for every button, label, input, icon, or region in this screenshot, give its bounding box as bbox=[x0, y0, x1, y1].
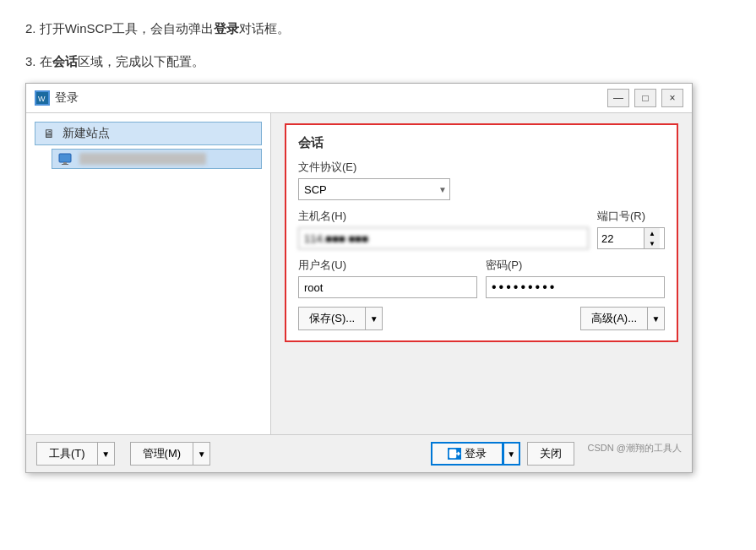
svg-rect-4 bbox=[62, 164, 68, 165]
svg-text:W: W bbox=[38, 95, 46, 103]
protocol-select-wrapper: SCP SFTP FTP ▼ bbox=[298, 178, 450, 200]
login-button[interactable]: 登录 bbox=[431, 442, 503, 466]
port-input-wrapper: ▲ ▼ bbox=[597, 227, 665, 249]
tree-subitem[interactable] bbox=[52, 149, 262, 169]
login-btn-group: 登录 ▼ bbox=[431, 442, 520, 466]
step3-text: 3. 在会话区域，完成以下配置。 bbox=[25, 50, 731, 73]
svg-rect-2 bbox=[59, 154, 71, 162]
csdn-watermark: CSDN @潮翔的工具人 bbox=[588, 442, 682, 466]
session-buttons-row: 保存(S)... ▼ 高级(A)... ▼ bbox=[298, 307, 665, 330]
dialog-title: 登录 bbox=[55, 90, 79, 106]
close-button[interactable]: × bbox=[661, 89, 683, 107]
footer-right: 登录 ▼ 关闭 CSDN @潮翔的工具人 bbox=[431, 442, 682, 466]
tools-btn-group: 工具(T) ▼ bbox=[36, 442, 115, 466]
username-input[interactable] bbox=[298, 276, 477, 298]
login-dialog: W 登录 — □ × 🖥 新建站点 bbox=[25, 83, 693, 473]
port-field: 端口号(R) ▲ ▼ bbox=[597, 209, 665, 249]
login-dropdown-button[interactable]: ▼ bbox=[503, 442, 520, 466]
svg-rect-5 bbox=[449, 449, 456, 458]
winscp-icon: W bbox=[35, 90, 50, 106]
port-down-button[interactable]: ▼ bbox=[645, 238, 660, 248]
manage-btn-group: 管理(M) ▼ bbox=[130, 442, 211, 466]
new-site-label: 新建站点 bbox=[63, 126, 110, 141]
user-pass-row: 用户名(U) 密码(P) bbox=[298, 258, 665, 298]
tree-node-inner bbox=[52, 149, 262, 169]
manage-dropdown-button[interactable]: ▼ bbox=[193, 442, 210, 466]
close-footer-button[interactable]: 关闭 bbox=[527, 442, 574, 466]
blurred-hostname bbox=[79, 153, 206, 165]
advanced-dropdown-button[interactable]: ▼ bbox=[648, 307, 665, 330]
password-input[interactable] bbox=[486, 276, 665, 298]
port-input[interactable] bbox=[598, 228, 644, 248]
session-box: 会话 文件协议(E) SCP SFTP FTP ▼ bbox=[285, 123, 678, 342]
section-title: 会话 bbox=[298, 135, 665, 151]
port-up-button[interactable]: ▲ bbox=[645, 228, 660, 238]
protocol-row: 文件协议(E) SCP SFTP FTP ▼ bbox=[298, 160, 665, 200]
username-label: 用户名(U) bbox=[298, 258, 477, 273]
port-spinners: ▲ ▼ bbox=[644, 228, 660, 248]
tools-dropdown-button[interactable]: ▼ bbox=[98, 442, 115, 466]
left-panel: 🖥 新建站点 bbox=[26, 113, 271, 434]
hostname-label: 主机名(H) bbox=[298, 209, 589, 224]
save-button[interactable]: 保存(S)... bbox=[298, 307, 366, 330]
login-icon bbox=[448, 448, 461, 460]
titlebar-left: W 登录 bbox=[35, 90, 79, 106]
footer-left: 工具(T) ▼ 管理(M) ▼ bbox=[36, 442, 210, 466]
save-btn-group: 保存(S)... ▼ bbox=[298, 307, 383, 330]
minimize-button[interactable]: — bbox=[607, 89, 629, 107]
host-port-row: 主机名(H) 端口号(R) ▲ ▼ bbox=[298, 209, 665, 249]
dialog-titlebar: W 登录 — □ × bbox=[26, 84, 692, 113]
password-label: 密码(P) bbox=[486, 258, 665, 273]
save-dropdown-button[interactable]: ▼ bbox=[366, 307, 383, 330]
host-field: 主机名(H) bbox=[298, 209, 589, 249]
pass-field: 密码(P) bbox=[486, 258, 665, 298]
site-icon bbox=[57, 152, 74, 166]
svg-rect-3 bbox=[63, 162, 67, 164]
advanced-btn-group: 高级(A)... ▼ bbox=[580, 307, 665, 330]
dialog-footer: 工具(T) ▼ 管理(M) ▼ 登录 bbox=[26, 434, 692, 472]
user-field: 用户名(U) bbox=[298, 258, 477, 298]
hostname-input[interactable] bbox=[298, 227, 589, 249]
tree-new-site[interactable]: 🖥 新建站点 bbox=[35, 122, 262, 145]
advanced-button[interactable]: 高级(A)... bbox=[580, 307, 648, 330]
maximize-button[interactable]: □ bbox=[634, 89, 656, 107]
right-panel: 会话 文件协议(E) SCP SFTP FTP ▼ bbox=[271, 113, 692, 434]
computer-icon: 🖥 bbox=[41, 127, 57, 140]
protocol-label: 文件协议(E) bbox=[298, 160, 665, 175]
titlebar-controls: — □ × bbox=[607, 89, 683, 107]
tools-button[interactable]: 工具(T) bbox=[36, 442, 98, 466]
login-btn-label: 登录 bbox=[465, 446, 487, 461]
dialog-body: 🖥 新建站点 会话 bbox=[26, 113, 692, 434]
protocol-select[interactable]: SCP SFTP FTP bbox=[298, 178, 450, 200]
port-label: 端口号(R) bbox=[597, 209, 665, 224]
manage-button[interactable]: 管理(M) bbox=[130, 442, 194, 466]
step2-text: 2. 打开WinSCP工具，会自动弹出登录对话框。 bbox=[25, 17, 731, 40]
